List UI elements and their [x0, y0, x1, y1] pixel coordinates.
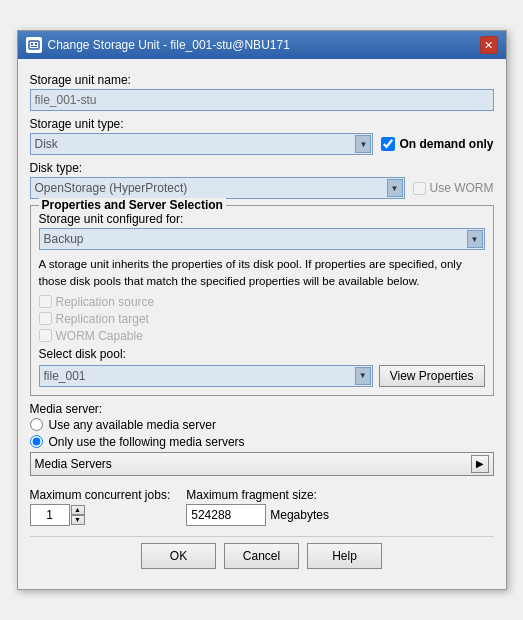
svg-rect-0 [29, 41, 39, 49]
radio-any-label: Use any available media server [49, 418, 216, 432]
fragment-input-wrap: Megabytes [186, 504, 329, 526]
jobs-fragment-row: Maximum concurrent jobs: ▲ ▼ Maximum fra… [30, 488, 494, 526]
title-bar: Change Storage Unit - file_001-stu@NBU17… [18, 31, 506, 59]
replication-source-checkbox [39, 295, 52, 308]
configured-for-select-wrap: Backup ▼ [39, 228, 485, 250]
media-servers-btn-inner: Media Servers ▶ [35, 455, 489, 473]
max-fragment-label: Maximum fragment size: [186, 488, 329, 502]
megabytes-label: Megabytes [270, 508, 329, 522]
storage-unit-type-row: Disk ▼ On demand only [30, 133, 494, 155]
storage-unit-name-label: Storage unit name: [30, 73, 494, 87]
dialog-body: Storage unit name: Storage unit type: Di… [18, 59, 506, 588]
title-bar-left: Change Storage Unit - file_001-stu@NBU17… [26, 37, 290, 53]
svg-rect-2 [35, 43, 37, 45]
configured-for-label: Storage unit configured for: [39, 212, 485, 226]
disk-type-select[interactable]: OpenStorage (HyperProtect) [30, 177, 405, 199]
spin-up-btn[interactable]: ▲ [71, 505, 85, 515]
on-demand-only-checkbox[interactable] [381, 137, 395, 151]
help-button[interactable]: Help [307, 543, 382, 569]
ok-button[interactable]: OK [141, 543, 216, 569]
radio-only-label: Only use the following media servers [49, 435, 245, 449]
radio-only-server[interactable] [30, 435, 43, 448]
disk-type-group: Disk type: OpenStorage (HyperProtect) ▼ … [30, 161, 494, 199]
view-properties-button[interactable]: View Properties [379, 365, 485, 387]
worm-capable-checkbox [39, 329, 52, 342]
properties-group-box: Properties and Server Selection Storage … [30, 205, 494, 395]
use-worm-checkbox[interactable] [413, 182, 426, 195]
replication-target-row: Replication target [39, 312, 485, 326]
dialog-icon [26, 37, 42, 53]
storage-unit-type-label: Storage unit type: [30, 117, 494, 131]
media-server-label: Media server: [30, 402, 494, 416]
worm-capable-row: WORM Capable [39, 329, 485, 343]
svg-rect-3 [31, 46, 37, 47]
dialog-title: Change Storage Unit - file_001-stu@NBU17… [48, 38, 290, 52]
disk-pool-select[interactable]: file_001 [39, 365, 373, 387]
use-worm-label: Use WORM [413, 181, 494, 195]
storage-unit-type-group: Storage unit type: Disk ▼ On demand only [30, 117, 494, 155]
max-concurrent-input[interactable] [30, 504, 70, 526]
radio-only-row: Only use the following media servers [30, 435, 494, 449]
configured-for-select[interactable]: Backup [39, 228, 485, 250]
spin-down-btn[interactable]: ▼ [71, 515, 85, 525]
disk-pool-section: Select disk pool: file_001 ▼ View Proper… [39, 347, 485, 387]
media-servers-button[interactable]: Media Servers ▶ [30, 452, 494, 476]
replication-source-row: Replication source [39, 295, 485, 309]
storage-unit-name-input[interactable] [30, 89, 494, 111]
disk-pool-row: file_001 ▼ View Properties [39, 365, 485, 387]
media-server-section: Media server: Use any available media se… [30, 402, 494, 482]
storage-unit-name-group: Storage unit name: [30, 73, 494, 111]
change-storage-unit-dialog: Change Storage Unit - file_001-stu@NBU17… [17, 30, 507, 589]
disk-pool-select-wrap: file_001 ▼ [39, 365, 373, 387]
jobs-input-wrap: ▲ ▼ [30, 504, 171, 526]
radio-any-server[interactable] [30, 418, 43, 431]
close-button[interactable]: ✕ [480, 36, 498, 54]
replication-target-checkbox [39, 312, 52, 325]
on-demand-only-label: On demand only [381, 137, 493, 151]
group-box-title: Properties and Server Selection [39, 198, 226, 212]
disk-type-select-wrap: OpenStorage (HyperProtect) ▼ [30, 177, 405, 199]
media-servers-expand-btn[interactable]: ▶ [471, 455, 489, 473]
jobs-col: Maximum concurrent jobs: ▲ ▼ [30, 488, 171, 526]
spin-buttons: ▲ ▼ [71, 505, 85, 525]
storage-unit-type-select-wrap: Disk ▼ [30, 133, 374, 155]
fragment-col: Maximum fragment size: Megabytes [186, 488, 329, 526]
configured-for-group: Storage unit configured for: Backup ▼ [39, 212, 485, 250]
disk-type-label: Disk type: [30, 161, 494, 175]
max-concurrent-label: Maximum concurrent jobs: [30, 488, 171, 502]
svg-rect-1 [31, 43, 33, 45]
cancel-button[interactable]: Cancel [224, 543, 299, 569]
disk-pool-label: Select disk pool: [39, 347, 485, 361]
storage-unit-type-select[interactable]: Disk [30, 133, 374, 155]
info-text: A storage unit inherits the properties o… [39, 256, 485, 288]
disk-type-row: OpenStorage (HyperProtect) ▼ Use WORM [30, 177, 494, 199]
footer-buttons: OK Cancel Help [30, 536, 494, 579]
max-fragment-input[interactable] [186, 504, 266, 526]
radio-any-row: Use any available media server [30, 418, 494, 432]
